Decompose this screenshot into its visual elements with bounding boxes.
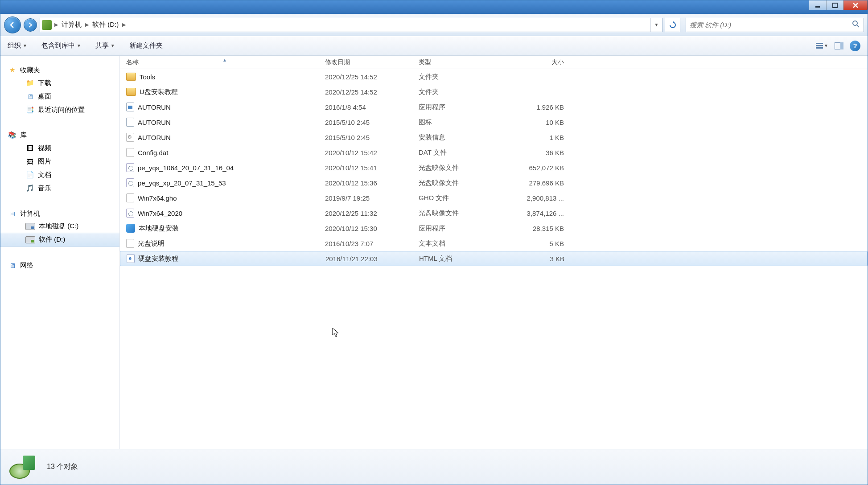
file-date: 2016/11/21 22:03: [325, 255, 419, 263]
sidebar-item-drive-d[interactable]: 软件 (D:): [0, 233, 119, 247]
file-row[interactable]: 光盘说明2016/10/23 7:07文本文档5 KB: [120, 236, 868, 251]
file-row[interactable]: U盘安装教程2020/12/25 14:52文件夹: [120, 84, 868, 99]
file-type: HTML 文档: [419, 255, 513, 263]
blue-icon: [126, 224, 135, 233]
star-icon: ★: [8, 66, 16, 74]
file-row[interactable]: Tools2020/12/25 14:52文件夹: [120, 69, 868, 84]
sidebar-item-videos[interactable]: 🎞 视频: [0, 141, 119, 155]
library-header[interactable]: 📚 库: [0, 129, 119, 141]
file-row[interactable]: AUTORUN2015/5/10 2:45图标10 KB: [120, 115, 868, 130]
file-row[interactable]: 本地硬盘安装2020/10/12 15:30应用程序28,315 KB: [120, 221, 868, 236]
chevron-right-icon[interactable]: ▶: [53, 22, 59, 28]
svg-rect-7: [840, 42, 843, 49]
file-row[interactable]: pe_yqs_xp_20_07_31_15_532020/10/12 15:36…: [120, 175, 868, 190]
file-size: 36 KB: [512, 149, 570, 156]
search-icon[interactable]: [852, 20, 860, 29]
column-size[interactable]: 大小: [512, 58, 570, 66]
column-type[interactable]: 类型: [419, 58, 512, 66]
library-label: 库: [20, 131, 27, 140]
view-mode-button[interactable]: ▼: [816, 40, 828, 52]
favorites-header[interactable]: ★ 收藏夹: [0, 64, 119, 76]
sidebar-item-documents[interactable]: 📄 文档: [0, 168, 119, 181]
column-name[interactable]: 名称 ▲: [120, 58, 325, 66]
file-date: 2015/5/10 2:45: [325, 119, 419, 126]
column-date[interactable]: 修改日期: [325, 58, 419, 66]
file-date: 2016/10/23 7:07: [325, 240, 419, 247]
file-date: 2020/12/25 11:32: [325, 210, 419, 217]
minimize-button[interactable]: [809, 0, 827, 10]
forward-button[interactable]: [24, 18, 37, 32]
file-type: 光盘映像文件: [419, 179, 512, 187]
new-folder-button[interactable]: 新建文件夹: [129, 41, 163, 50]
navigation-pane: ★ 收藏夹 📁 下载 🖥 桌面 📑 最近访问的位置 📚: [0, 56, 120, 449]
drive-icon: [25, 236, 35, 243]
file-type: 图标: [419, 118, 512, 127]
help-button[interactable]: ?: [850, 41, 860, 51]
search-input[interactable]: [690, 21, 852, 29]
recent-icon: 📑: [25, 105, 34, 114]
library-group: 📚 库 🎞 视频 🖼 图片 📄 文档 🎵 音乐: [0, 129, 119, 195]
music-icon: 🎵: [25, 184, 34, 193]
sidebar-item-downloads[interactable]: 📁 下载: [0, 76, 119, 90]
file-date: 2020/10/12 15:36: [325, 179, 419, 187]
chevron-right-icon[interactable]: ▶: [121, 22, 127, 28]
txt-icon: [126, 239, 134, 248]
breadcrumb-computer[interactable]: 计算机: [59, 18, 84, 32]
network-icon: 🖥: [8, 261, 16, 270]
file-row[interactable]: Win7x64.gho2019/9/7 19:25GHO 文件2,900,813…: [120, 190, 868, 206]
sidebar-item-drive-c[interactable]: 本地磁盘 (C:): [0, 220, 119, 233]
breadcrumb: 计算机 ▶ 软件 (D:) ▶: [59, 18, 650, 32]
sidebar-item-recent[interactable]: 📑 最近访问的位置: [0, 103, 119, 116]
file-view: 名称 ▲ 修改日期 类型 大小 Tools2020/12/25 14:52文件夹…: [120, 56, 868, 449]
svg-rect-0: [815, 6, 820, 8]
network-label: 网络: [20, 261, 33, 270]
maximize-button[interactable]: [826, 0, 844, 10]
computer-group: 🖥 计算机 本地磁盘 (C:) 软件 (D:): [0, 207, 119, 247]
include-label: 包含到库中: [41, 41, 75, 50]
inf-icon: [126, 133, 134, 142]
file-row[interactable]: AUTORUN2015/5/10 2:45安装信息1 KB: [120, 130, 868, 145]
sidebar-item-label: 文档: [38, 171, 51, 179]
sidebar-item-desktop[interactable]: 🖥 桌面: [0, 90, 119, 103]
search-box[interactable]: [686, 18, 864, 32]
file-name: AUTORUN: [138, 103, 171, 111]
drive-large-icon: [9, 456, 36, 479]
back-button[interactable]: [4, 16, 21, 33]
address-dropdown[interactable]: ▼: [650, 18, 662, 32]
organize-label: 组织: [8, 41, 21, 50]
file-row[interactable]: 硬盘安装教程2016/11/21 22:03HTML 文档3 KB: [120, 251, 868, 266]
file-type: 文本文档: [419, 239, 512, 248]
favorites-label: 收藏夹: [20, 66, 40, 74]
computer-header[interactable]: 🖥 计算机: [0, 207, 119, 220]
file-name: Config.dat: [138, 149, 168, 156]
network-group: 🖥 网络: [0, 259, 119, 271]
breadcrumb-drive[interactable]: 软件 (D:): [90, 18, 121, 32]
folder-icon: 📁: [25, 78, 34, 87]
sidebar-item-music[interactable]: 🎵 音乐: [0, 181, 119, 195]
newfolder-label: 新建文件夹: [129, 41, 163, 50]
file-row[interactable]: pe_yqs_1064_20_07_31_16_042020/10/12 15:…: [120, 160, 868, 175]
svg-point-2: [853, 21, 857, 25]
address-bar[interactable]: ▶ 计算机 ▶ 软件 (D:) ▶ ▼: [40, 18, 662, 32]
organize-menu[interactable]: 组织▼: [8, 41, 27, 50]
file-row[interactable]: AUTORUN2016/1/8 4:54应用程序1,926 KB: [120, 99, 868, 115]
file-type: 应用程序: [419, 103, 512, 111]
close-button[interactable]: [843, 0, 868, 10]
share-menu[interactable]: 共享▼: [95, 41, 115, 50]
chevron-right-icon[interactable]: ▶: [84, 22, 90, 28]
file-size: 10 KB: [512, 119, 570, 126]
iso-icon: [126, 163, 134, 172]
file-row[interactable]: Config.dat2020/10/12 15:42DAT 文件36 KB: [120, 145, 868, 160]
explorer-window: ▶ 计算机 ▶ 软件 (D:) ▶ ▼ 组织▼ 包含到库中▼ 共享▼: [0, 0, 868, 485]
refresh-button[interactable]: [665, 18, 680, 32]
window-controls: [809, 0, 868, 10]
file-list[interactable]: Tools2020/12/25 14:52文件夹U盘安装教程2020/12/25…: [120, 69, 868, 449]
file-row[interactable]: Win7x64_20202020/12/25 11:32光盘映像文件3,874,…: [120, 206, 868, 221]
network-header[interactable]: 🖥 网络: [0, 259, 119, 271]
library-icon: 📚: [8, 131, 16, 140]
include-library-menu[interactable]: 包含到库中▼: [41, 41, 81, 50]
sidebar-item-label: 视频: [38, 144, 51, 152]
file-date: 2015/5/10 2:45: [325, 134, 419, 141]
sidebar-item-pictures[interactable]: 🖼 图片: [0, 155, 119, 168]
preview-pane-button[interactable]: [833, 40, 845, 52]
